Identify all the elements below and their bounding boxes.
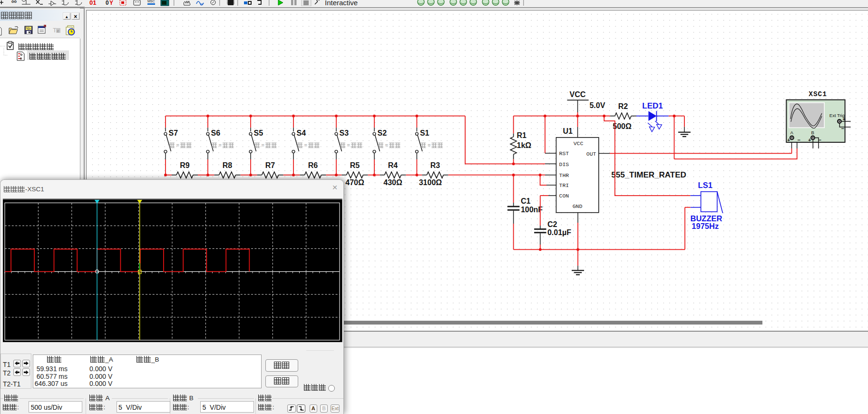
svg-text:C1: C1 bbox=[521, 197, 531, 205]
svg-text:VCC: VCC bbox=[574, 140, 584, 147]
svg-text:=: = bbox=[347, 142, 350, 148]
svg-text:0.01µF: 0.01µF bbox=[547, 228, 571, 237]
svg-text:R7: R7 bbox=[265, 161, 275, 169]
svg-text:R6: R6 bbox=[308, 161, 318, 169]
svg-text:5.0V: 5.0V bbox=[589, 101, 605, 109]
svg-text:S6: S6 bbox=[211, 129, 221, 137]
svg-text:+: + bbox=[843, 116, 846, 122]
svg-text:GND: GND bbox=[573, 203, 583, 209]
svg-text:+: + bbox=[808, 137, 811, 143]
svg-text:S7: S7 bbox=[169, 129, 178, 137]
svg-text:R2: R2 bbox=[618, 102, 628, 110]
svg-text:R4: R4 bbox=[388, 161, 398, 169]
svg-text:U1: U1 bbox=[563, 127, 573, 135]
svg-text:430Ω: 430Ω bbox=[383, 178, 402, 187]
svg-text:1975Hz: 1975Hz bbox=[692, 222, 719, 230]
svg-text:+: + bbox=[787, 137, 790, 143]
svg-text:470Ω: 470Ω bbox=[345, 178, 364, 187]
svg-text:C2: C2 bbox=[547, 220, 557, 228]
svg-text:LS1: LS1 bbox=[698, 181, 712, 189]
svg-text:LED1: LED1 bbox=[642, 101, 663, 110]
svg-text:THR: THR bbox=[559, 172, 569, 178]
svg-text:−: − bbox=[841, 126, 844, 131]
svg-text:R1: R1 bbox=[517, 131, 527, 139]
svg-text:1kΩ: 1kΩ bbox=[517, 141, 532, 149]
svg-text:−: − bbox=[798, 137, 800, 143]
svg-text:CON: CON bbox=[559, 193, 569, 199]
svg-text:555_TIMER_RATED: 555_TIMER_RATED bbox=[611, 170, 686, 179]
svg-text:100nF: 100nF bbox=[521, 206, 543, 214]
svg-text:R5: R5 bbox=[350, 161, 360, 169]
svg-text:S1: S1 bbox=[420, 129, 429, 137]
svg-text:=: = bbox=[262, 142, 264, 148]
svg-text:=: = bbox=[219, 142, 222, 148]
svg-text:TRI: TRI bbox=[559, 182, 569, 188]
svg-text:R3: R3 bbox=[430, 161, 440, 169]
svg-text:VCC: VCC bbox=[570, 90, 586, 99]
svg-text:XSC1: XSC1 bbox=[809, 90, 827, 98]
svg-text:R8: R8 bbox=[223, 161, 233, 169]
svg-text:S4: S4 bbox=[297, 129, 306, 137]
svg-text:OUT: OUT bbox=[586, 151, 596, 157]
svg-text:=: = bbox=[176, 142, 179, 148]
svg-text:3100Ω: 3100Ω bbox=[419, 178, 442, 187]
svg-text:S5: S5 bbox=[254, 129, 263, 137]
svg-text:=: = bbox=[385, 142, 388, 148]
svg-text:B: B bbox=[811, 130, 814, 135]
svg-text:A: A bbox=[790, 130, 794, 135]
svg-text:RST: RST bbox=[559, 150, 569, 157]
svg-text:S3: S3 bbox=[340, 129, 349, 137]
svg-text:500Ω: 500Ω bbox=[613, 122, 632, 130]
svg-text:=: = bbox=[304, 142, 307, 148]
svg-text:=: = bbox=[428, 142, 430, 148]
svg-text:R9: R9 bbox=[180, 161, 190, 169]
svg-text:S2: S2 bbox=[378, 129, 387, 137]
svg-text:DIS: DIS bbox=[559, 161, 569, 168]
